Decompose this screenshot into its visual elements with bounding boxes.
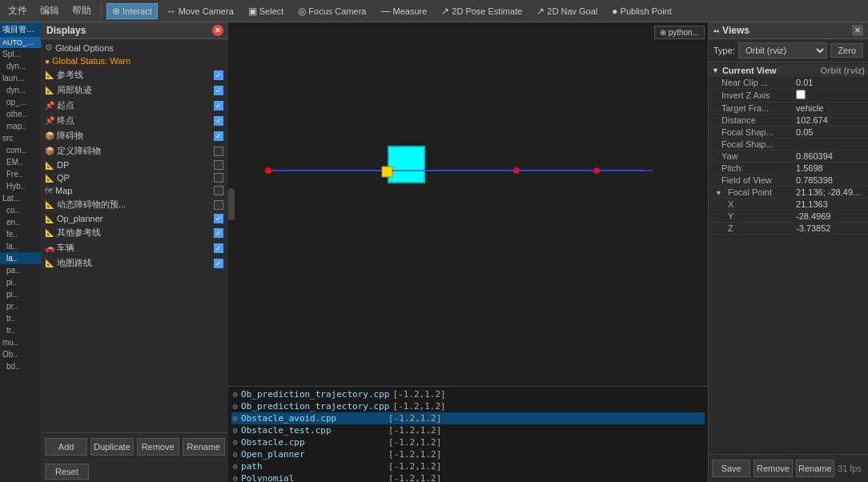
- prop-invert-z[interactable]: Invert Z Axis: [709, 89, 868, 102]
- display-item-2[interactable]: 📌 起点: [42, 98, 228, 113]
- prop-target-frame[interactable]: Target Fra... vehicle: [709, 102, 868, 114]
- display-checkbox-8[interactable]: [214, 186, 223, 195]
- prop-focal-shape-1[interactable]: Focal Shap... 0.05: [709, 127, 868, 139]
- tree-item-fre[interactable]: Fre..: [0, 168, 41, 180]
- tree-item-com[interactable]: com..: [0, 144, 41, 156]
- display-item-7[interactable]: 📐 QP: [42, 171, 228, 184]
- menu-file[interactable]: 文件: [3, 2, 32, 19]
- display-checkbox-11[interactable]: [214, 228, 223, 238]
- select-button[interactable]: ▣ Select: [243, 3, 290, 19]
- publish-point-button[interactable]: ● Publish Point: [606, 3, 677, 19]
- prop-near-clip[interactable]: Near Clip ... 0.01: [709, 77, 868, 89]
- tree-item-co[interactable]: co..: [0, 204, 41, 216]
- tree-item-em[interactable]: EM..: [0, 156, 41, 168]
- tree-item-en[interactable]: en..: [0, 216, 41, 228]
- prop-distance[interactable]: Distance 102.674: [709, 114, 868, 127]
- prop-fov[interactable]: Field of View 0.785398: [709, 175, 868, 187]
- tree-item-bd[interactable]: bd..: [0, 360, 41, 372]
- console-row-7[interactable]: ⚙ Polynomial [-1.2,1.2]: [231, 472, 705, 482]
- display-item-4[interactable]: 📦 障碍物: [42, 128, 228, 143]
- nav-goal-button[interactable]: ↗ 2D Nav Goal: [531, 3, 603, 19]
- prop-focal-z[interactable]: Z -3.73852: [709, 223, 868, 235]
- display-checkbox-2[interactable]: [214, 101, 223, 110]
- rename-button[interactable]: Rename: [183, 438, 225, 456]
- display-item-5[interactable]: 📦 定义障碍物: [42, 143, 228, 159]
- console-row-1[interactable]: ⚙ Ob_prediction_trajectory.cpp [-1.2,1.2…: [231, 400, 705, 412]
- display-item-1[interactable]: 📐 局部轨迹: [42, 82, 228, 98]
- pose-estimate-button[interactable]: ↗ 2D Pose Estimate: [436, 3, 528, 19]
- duplicate-button[interactable]: Duplicate: [90, 438, 133, 456]
- display-checkbox-0[interactable]: [214, 70, 223, 80]
- display-checkbox-10[interactable]: [214, 214, 223, 223]
- tree-item-dyn1[interactable]: dyn...: [0, 60, 41, 72]
- global-options-item[interactable]: ⚙ Global Options: [42, 41, 228, 54]
- display-checkbox-4[interactable]: [214, 131, 223, 141]
- add-button[interactable]: Add: [45, 438, 87, 456]
- tree-item-pa[interactable]: pa..: [0, 264, 41, 276]
- display-checkbox-5[interactable]: [214, 147, 223, 156]
- tree-item-launch[interactable]: laun...: [0, 72, 41, 84]
- display-checkbox-12[interactable]: [214, 243, 223, 253]
- tree-item-pi1[interactable]: pi..: [0, 276, 41, 288]
- display-item-10[interactable]: 📐 Op_planner: [42, 212, 228, 225]
- prop-pitch[interactable]: Pitch 1.5698: [709, 163, 868, 175]
- focus-camera-button[interactable]: ◎ Focus Camera: [292, 3, 372, 19]
- prop-focal-shape-2[interactable]: Focal Shap...: [709, 139, 868, 151]
- tree-item-tr2[interactable]: tr..: [0, 324, 41, 336]
- console-row-3[interactable]: ⚙ Obstacle_test.cpp [-1.2,1.2]: [231, 424, 705, 436]
- invert-z-checkbox[interactable]: [796, 90, 806, 99]
- prop-focal-x[interactable]: X 21.1363: [709, 199, 868, 211]
- display-checkbox-7[interactable]: [214, 173, 223, 183]
- display-checkbox-3[interactable]: [214, 116, 223, 126]
- menu-edit[interactable]: 编辑: [35, 2, 64, 19]
- views-rename-btn[interactable]: Rename: [796, 460, 834, 477]
- display-item-0[interactable]: 📐 参考线: [42, 67, 228, 82]
- interact-button[interactable]: ⊕ Interact: [106, 3, 158, 19]
- tree-item-pi2[interactable]: pi..: [0, 288, 41, 300]
- console-row-4[interactable]: ⚙ Obstacle.cpp [-1.2,1.2]: [231, 436, 705, 448]
- viewport[interactable]: ⊕ python... ⚙: [228, 22, 708, 482]
- tree-item-dyn2[interactable]: dyn...: [0, 84, 41, 96]
- measure-button[interactable]: — Measure: [375, 3, 432, 19]
- prop-focal-point[interactable]: ▼ Focal Point 21.136; -28.497; ...: [709, 187, 868, 199]
- display-checkbox-9[interactable]: [214, 200, 223, 210]
- tree-item-mu[interactable]: mu..: [0, 336, 41, 348]
- global-status-item[interactable]: ● Global Status: Warn: [42, 54, 228, 67]
- remove-button[interactable]: Remove: [137, 438, 179, 456]
- display-checkbox-1[interactable]: [214, 86, 223, 95]
- tree-item-src[interactable]: src: [0, 132, 41, 144]
- views-zero-btn[interactable]: Zero: [830, 43, 863, 58]
- display-item-9[interactable]: 📐 动态障碍物的预...: [42, 197, 228, 212]
- tree-item-pr[interactable]: pr..: [0, 300, 41, 312]
- tree-item-auto-drive[interactable]: AUTO_DRIVE: [0, 37, 41, 48]
- console-row-0[interactable]: ⚙ Ob_prediction_trajectory.cpp [-1.2,1.2…: [231, 388, 705, 400]
- display-item-12[interactable]: 🚗 车辆: [42, 240, 228, 255]
- menu-help[interactable]: 帮助: [67, 2, 96, 19]
- tree-item-lat[interactable]: Lat...: [0, 192, 41, 204]
- views-close-btn[interactable]: ✕: [852, 25, 863, 36]
- views-save-btn[interactable]: Save: [712, 460, 750, 477]
- tree-item-hyb[interactable]: Hyb..: [0, 180, 41, 192]
- views-remove-btn[interactable]: Remove: [753, 460, 792, 477]
- tree-item-op[interactable]: op_...: [0, 96, 41, 108]
- tree-item-fe[interactable]: fe..: [0, 228, 41, 240]
- display-checkbox-6[interactable]: [214, 160, 223, 170]
- current-view-header[interactable]: ▼ Current View Orbit (rviz): [709, 64, 868, 77]
- tree-item-la1[interactable]: la..: [0, 240, 41, 252]
- tree-item-tr1[interactable]: tr..: [0, 312, 41, 324]
- prop-yaw[interactable]: Yaw 0.860394: [709, 151, 868, 163]
- views-type-select[interactable]: Orbit (rviz): [738, 42, 827, 58]
- reset-button[interactable]: Reset: [45, 464, 89, 480]
- display-item-3[interactable]: 📌 终点: [42, 113, 228, 128]
- display-item-13[interactable]: 📐 地图路线: [42, 255, 228, 271]
- display-item-8[interactable]: 🗺 Map: [42, 184, 228, 197]
- console-row-5[interactable]: ⚙ Open_planner [-1.2,1.2]: [231, 448, 705, 460]
- displays-close-btn[interactable]: ✕: [212, 25, 223, 36]
- tree-item-la2[interactable]: la..: [0, 252, 41, 264]
- viewport-3d[interactable]: ⊕ python...: [228, 22, 708, 386]
- display-item-6[interactable]: 📐 DP: [42, 159, 228, 171]
- display-item-11[interactable]: 📐 其他参考线: [42, 225, 228, 240]
- console-row-2[interactable]: ⚙ Obstacle_avoid.cpp [-1.2,1.2]: [231, 412, 705, 424]
- tree-item-project[interactable]: 项目管理器: [0, 22, 41, 37]
- tree-item-ob[interactable]: Ob..: [0, 348, 41, 360]
